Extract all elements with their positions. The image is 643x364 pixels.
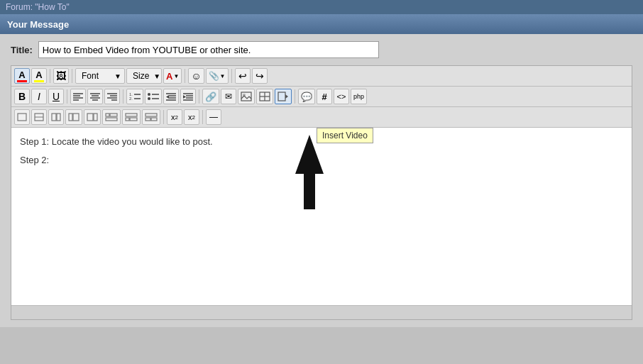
toolbar-row1: A A 🖼 Font ▼ Size (11, 66, 632, 87)
svg-marker-36 (285, 94, 288, 99)
text-color-button[interactable]: A ▼ (163, 68, 182, 84)
font-bg-color-button[interactable]: A (31, 68, 47, 84)
toolbar-r1-button[interactable] (14, 109, 30, 125)
editor-container: A A 🖼 Font ▼ Size (11, 65, 632, 320)
title-label: Title: (11, 45, 33, 55)
svg-rect-42 (69, 114, 72, 121)
toolbar-r3-button[interactable] (48, 109, 64, 125)
quote-button[interactable]: 💬 (298, 89, 315, 104)
font-dropdown-arrow: ▼ (114, 72, 121, 80)
align-center-button[interactable] (87, 89, 103, 104)
separator5 (67, 89, 67, 104)
toolbar-r8-button[interactable] (142, 109, 160, 125)
svg-rect-46 (106, 114, 109, 116)
svg-rect-51 (130, 118, 137, 121)
underline-button[interactable]: U (48, 89, 64, 104)
svg-rect-54 (151, 118, 157, 121)
font-color-button[interactable]: A (14, 68, 30, 84)
ordered-list-button[interactable]: 1.2. (126, 89, 143, 104)
form-area: Title: A A 🖼 (0, 34, 643, 327)
editor-content[interactable]: Step 1: Locate the video you would like … (11, 128, 632, 305)
svg-rect-48 (106, 118, 117, 121)
size-select-dropdown[interactable]: Size ▼ (126, 68, 162, 84)
separator1 (50, 69, 50, 83)
size-select-label: Size (130, 71, 152, 81)
svg-rect-55 (304, 170, 315, 209)
font-select-dropdown[interactable]: Font ▼ (75, 68, 125, 84)
align-left-button[interactable] (70, 89, 86, 104)
attach-file-button[interactable]: 📎▼ (206, 68, 229, 84)
svg-marker-29 (183, 95, 186, 99)
php-button[interactable]: php (351, 89, 367, 104)
svg-rect-35 (278, 92, 285, 101)
insert-smiley-button[interactable]: ☺ (188, 68, 204, 84)
hash-button[interactable]: # (317, 89, 332, 104)
toolbar-r2-button[interactable] (31, 109, 47, 125)
insert-email-button[interactable]: ✉ (221, 89, 236, 104)
align-right-button[interactable] (104, 89, 120, 104)
svg-rect-53 (145, 118, 150, 121)
insert-table-button[interactable] (256, 89, 273, 104)
svg-rect-52 (145, 114, 157, 116)
bold-button[interactable]: B (14, 89, 30, 104)
editor-line2: Step 2: (20, 153, 623, 167)
separator6 (123, 89, 123, 104)
svg-point-18 (148, 97, 150, 100)
forum-bar-text: Forum: "How To" (6, 2, 70, 12)
toolbar-r4-button[interactable] (65, 109, 82, 125)
section-header-title: Your Message (7, 19, 69, 30)
outdent-button[interactable] (163, 89, 179, 104)
svg-rect-40 (52, 114, 56, 121)
title-row: Title: (11, 41, 632, 58)
toolbar-row2: B I U 1.2. (11, 87, 632, 107)
font-select-label: Font (79, 71, 101, 81)
title-input[interactable] (38, 41, 379, 58)
italic-button[interactable]: I (31, 89, 47, 104)
toolbar-row3: x2 x2 — (11, 107, 632, 128)
section-header: Your Message (0, 14, 643, 34)
insert-video-button[interactable] (275, 89, 292, 104)
subscript-button[interactable]: x2 (167, 109, 182, 125)
indent-button[interactable] (180, 89, 196, 104)
code-button[interactable]: <> (334, 89, 349, 104)
forum-bar: Forum: "How To" (0, 0, 643, 14)
redo-button[interactable]: ↪ (252, 68, 268, 84)
svg-rect-49 (126, 114, 137, 116)
svg-rect-30 (241, 92, 251, 101)
insert-image-button[interactable] (238, 89, 255, 104)
toolbar-r7-button[interactable] (122, 109, 141, 125)
separator9 (163, 110, 164, 124)
svg-rect-44 (87, 114, 93, 121)
toolbar-r5-button[interactable] (84, 109, 101, 125)
separator8 (295, 89, 295, 104)
undo-button[interactable]: ↩ (235, 68, 251, 84)
separator10 (202, 110, 203, 124)
separator4 (231, 69, 232, 83)
horizontal-rule-button[interactable]: — (206, 109, 221, 125)
insert-image-small-button[interactable]: 🖼 (53, 68, 69, 84)
svg-rect-50 (126, 118, 129, 121)
svg-rect-47 (110, 114, 117, 116)
unordered-list-button[interactable] (145, 89, 162, 104)
separator7 (199, 89, 199, 104)
svg-rect-43 (73, 114, 79, 121)
svg-rect-41 (57, 114, 60, 121)
svg-rect-45 (94, 114, 97, 121)
insert-link-button[interactable]: 🔗 (202, 89, 219, 104)
svg-marker-24 (166, 95, 169, 99)
svg-text:2.: 2. (129, 96, 133, 101)
svg-rect-37 (18, 114, 26, 121)
editor-line1: Step 1: Locate the video you would like … (20, 135, 623, 149)
toolbar-r6-button[interactable] (102, 109, 121, 125)
separator3 (185, 69, 185, 83)
editor-footer (11, 305, 632, 319)
svg-point-16 (148, 93, 150, 96)
superscript-button[interactable]: x2 (184, 109, 199, 125)
separator2 (72, 69, 72, 83)
size-dropdown-arrow: ▼ (153, 72, 160, 80)
